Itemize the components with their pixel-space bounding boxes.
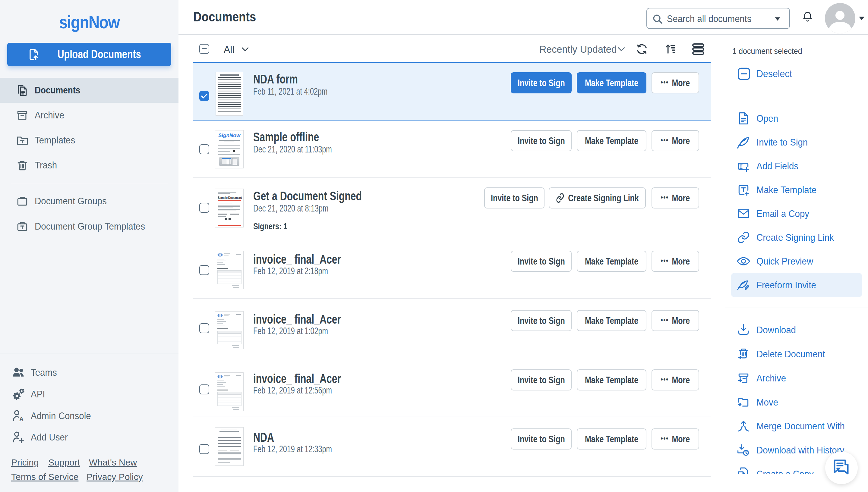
svg-text:A: A — [19, 416, 24, 422]
